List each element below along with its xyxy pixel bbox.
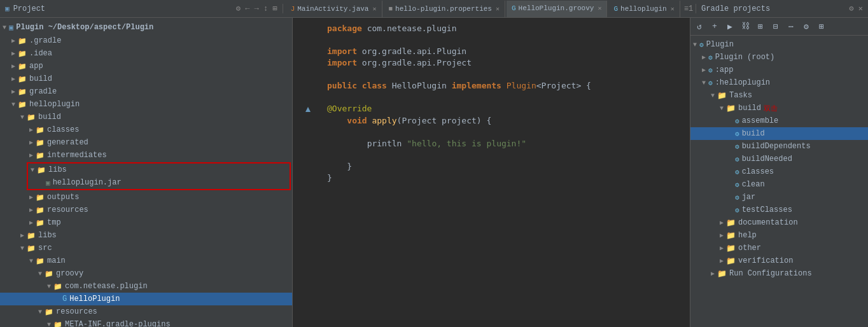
gradle-item-help[interactable]: ▶ 📁 help	[690, 229, 868, 242]
gradle-collapse-icon[interactable]: ⊟	[769, 20, 782, 33]
tree-item-com-netease[interactable]: ▼ 📁 com.netease.plugin	[0, 280, 292, 293]
tree-item-gradle2[interactable]: ▶ 📁 gradle	[0, 85, 292, 98]
svg-marker-0	[305, 107, 311, 112]
gradle-item-plugin-root[interactable]: ▶ ⚙ Plugin (root)	[690, 51, 868, 64]
gradle-item-testclasses[interactable]: ⚙ testClasses	[690, 204, 868, 216]
gradle-item-jar[interactable]: ⚙ jar	[690, 191, 868, 204]
gradle-gear-icon[interactable]: ⚙ ✕	[849, 4, 863, 13]
tree-item-helloplugin[interactable]: ▼ 📁 helloplugin	[0, 98, 292, 111]
gear-icon: ⚙	[735, 181, 739, 189]
tree-item-gradle[interactable]: ▶ 📁 .gradle	[0, 34, 292, 47]
tree-item-main[interactable]: ▼ 📁 main	[0, 254, 292, 267]
tree-item-resources-build[interactable]: ▶ 📁 resources	[0, 204, 292, 216]
tree-root[interactable]: ▼ ▣ Plugin ~/Desktop/aspect/Plugin	[0, 20, 292, 34]
tree-item-libs[interactable]: ▼ 📁 libs	[28, 164, 290, 176]
tab-hellopluginprops[interactable]: ■ hello-plugin.properties ✕	[384, 1, 505, 17]
gradle-item-documentation[interactable]: ▶ 📁 documentation	[690, 216, 868, 229]
arrow-icon: ▼	[38, 270, 45, 277]
tree-item-build[interactable]: ▶ 📁 build	[0, 73, 292, 85]
gradle-tree: ▼ ⚙ Plugin ▶ ⚙ Plugin (root) ▶ ⚙ :app	[690, 36, 868, 282]
groovy-file-icon: G	[62, 295, 67, 303]
gradle-run-icon[interactable]: ▶	[724, 20, 736, 33]
gradle-more-icon[interactable]: ⋯	[785, 20, 797, 33]
arrow-icon: ▶	[29, 219, 36, 226]
folder-icon: 📁	[717, 269, 727, 279]
arrow-icon: ▶	[720, 244, 726, 252]
code-line-closebrace: }	[293, 161, 690, 172]
arrow-icon: ▼	[11, 101, 18, 108]
tree-item-generated[interactable]: ▶ 📁 generated	[0, 136, 292, 149]
code-line-blank3	[293, 92, 690, 103]
gradle-item-buildneeded[interactable]: ⚙ buildNeeded	[690, 153, 868, 165]
tab-close[interactable]: ✕	[671, 5, 675, 13]
gradle-layout-icon[interactable]: ⊞	[815, 20, 828, 33]
gradle-item-other[interactable]: ▶ 📁 other	[690, 242, 868, 254]
tab-helloplugin[interactable]: G helloplugin ✕	[608, 1, 680, 17]
tree-item-helloplugin-file[interactable]: G HelloPlugin	[0, 293, 292, 305]
tree-item-jar[interactable]: ▣ helloplugin.jar	[28, 176, 290, 189]
tree-item-resources-main[interactable]: ▼ 📁 resources	[0, 305, 292, 318]
folder-icon: 📁	[27, 244, 36, 253]
gradle-item-runconfigs[interactable]: ▶ 📁 Run Configurations	[690, 267, 868, 280]
gear-icon: ⚙	[735, 117, 739, 125]
project-title: Project	[13, 4, 45, 13]
panel-arrows[interactable]: ⚙ ← → ↕ ⊞	[236, 4, 277, 13]
tree-item-classes[interactable]: ▶ 📁 classes	[0, 123, 292, 136]
tree-item-app[interactable]: ▶ 📁 app	[0, 60, 292, 73]
code-line-class: public class HelloPlugin implements Plug…	[293, 80, 690, 92]
gradle-panel[interactable]: ↺ + ▶ ⛓ ⊞ ⊟ ⋯ ⚙ ⊞ ▼ ⚙ Plugin ▶ ⚙ Plugin …	[690, 18, 868, 327]
gradle-settings-icon[interactable]: ⚙	[800, 20, 813, 33]
gradle-item-verification[interactable]: ▶ 📁 verification	[690, 254, 868, 267]
java-icon: J	[291, 5, 295, 13]
gradle-item-build-group[interactable]: ▼ 📁 build 双击	[690, 102, 868, 115]
gear-icon: ⚙	[735, 206, 739, 214]
folder-icon: 📁	[18, 101, 27, 109]
folder-icon: 📁	[36, 193, 45, 202]
tree-item-libs2[interactable]: ▶ 📁 libs	[0, 229, 292, 242]
gradle-item-builddependents[interactable]: ⚙ buildDependents	[690, 140, 868, 153]
gradle-item-plugin[interactable]: ▼ ⚙ Plugin	[690, 38, 868, 51]
arrow-icon: ▶	[29, 193, 36, 201]
gradle-add-icon[interactable]: +	[708, 20, 721, 33]
folder-icon: 📁	[717, 91, 727, 101]
tree-item-idea[interactable]: ▶ 📁 .idea	[0, 47, 292, 60]
file-tree-panel[interactable]: ▼ ▣ Plugin ~/Desktop/aspect/Plugin ▶ 📁 .…	[0, 18, 293, 327]
tree-item-metainf[interactable]: ▼ 📁 META-INF.gradle-plugins	[0, 318, 292, 327]
folder-icon: 📁	[36, 151, 45, 160]
tree-item-src[interactable]: ▼ 📁 src	[0, 242, 292, 254]
code-line-blank5	[293, 150, 690, 161]
folder-icon: 📁	[18, 62, 27, 71]
tree-item-outputs[interactable]: ▶ 📁 outputs	[0, 191, 292, 204]
gradle-refresh-icon[interactable]: ↺	[693, 20, 706, 33]
arrow-icon: ▼	[693, 41, 699, 48]
editor-tabs: J MainActivity.java ✕ ■ hello-plugin.pro…	[283, 1, 696, 17]
code-editor[interactable]: package com.netease.plugin import org.gr…	[293, 18, 690, 327]
arrow-icon: ▼	[47, 321, 53, 328]
tree-item-intermediates[interactable]: ▶ 📁 intermediates	[0, 149, 292, 162]
gradle-item-app[interactable]: ▶ ⚙ :app	[690, 64, 868, 76]
code-line-blank	[293, 34, 690, 46]
tree-item-helloplugin-build[interactable]: ▼ 📁 build	[0, 111, 292, 123]
arrow-icon: ▶	[11, 62, 18, 70]
folder-icon: 📁	[36, 139, 45, 147]
tab-mainactivity[interactable]: J MainActivity.java ✕	[286, 1, 382, 17]
gradle-expand-icon[interactable]: ⊞	[754, 20, 767, 33]
gradle-link-icon[interactable]: ⛓	[739, 20, 752, 33]
gradle-item-classes[interactable]: ⚙ classes	[690, 165, 868, 178]
arrow-icon: ▶	[11, 37, 18, 45]
gradle-item-build[interactable]: ⚙ build	[690, 127, 868, 140]
arrow-icon: ▼	[20, 114, 27, 121]
gradle-item-assemble[interactable]: ⚙ assemble	[690, 115, 868, 127]
tree-item-tmp[interactable]: ▶ 📁 tmp	[0, 216, 292, 229]
gradle-item-tasks[interactable]: ▼ 📁 Tasks	[690, 89, 868, 102]
arrow-icon: ▼	[38, 309, 45, 316]
tree-item-groovy[interactable]: ▼ 📁 groovy	[0, 267, 292, 280]
tab-close[interactable]: ✕	[598, 4, 601, 12]
gradle-toolbar: ↺ + ▶ ⛓ ⊞ ⊟ ⋯ ⚙ ⊞	[690, 18, 868, 36]
tab-helloplugingroovy[interactable]: G HelloPlugin.groovy ✕	[507, 1, 607, 17]
gradle-item-clean[interactable]: ⚙ clean	[690, 178, 868, 191]
gradle-item-helloplugin[interactable]: ▼ ⚙ :helloplugin	[690, 76, 868, 89]
tab-close[interactable]: ✕	[372, 5, 376, 13]
folder-icon: 📁	[45, 308, 53, 316]
tab-close[interactable]: ✕	[496, 5, 500, 13]
